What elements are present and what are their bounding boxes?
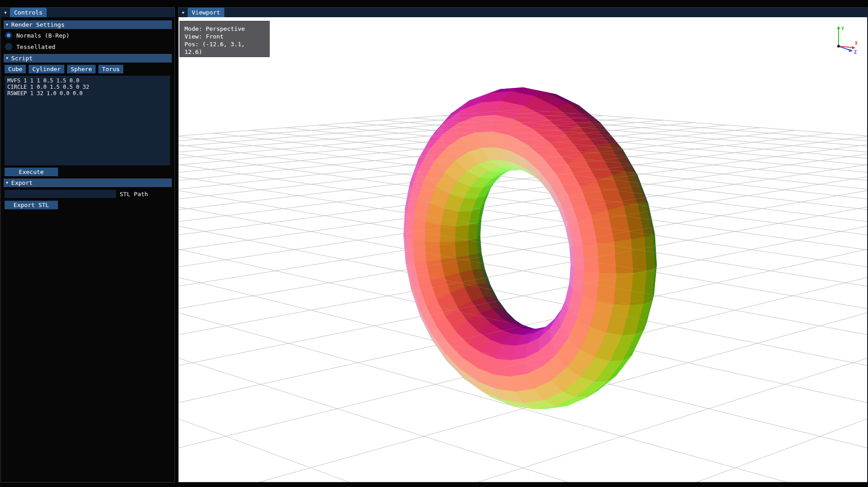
stl-path-label: STL Path (120, 191, 148, 198)
radio-icon (5, 32, 12, 39)
radio-icon (5, 43, 12, 50)
render-settings-label: Render Settings (11, 21, 64, 28)
torus-preset-button[interactable]: Torus (98, 65, 123, 73)
cylinder-preset-button[interactable]: Cylinder (29, 65, 64, 73)
radio-tessellated[interactable]: Tessellated (5, 42, 172, 52)
radio-tessellated-label: Tessellated (16, 43, 55, 50)
overlay-mode-line: Mode: Perspective (184, 25, 265, 33)
viewport-content: Mode: Perspective View: Front Pos: (-12.… (179, 17, 867, 482)
overlay-pos-line: Pos: (-12.6, 3.1, 12.6) (184, 40, 265, 56)
radio-normals-label: Normals (B-Rep) (16, 32, 69, 39)
viewport-info-overlay: Mode: Perspective View: Front Pos: (-12.… (179, 21, 270, 57)
export-label: Export (11, 179, 33, 186)
chevron-down-icon: ▼ (6, 56, 8, 60)
export-stl-button[interactable]: Export STL (5, 201, 58, 209)
gizmo-origin-dot (837, 45, 840, 48)
controls-window: ▼ Controls ▼ Render Settings Normals (B-… (0, 7, 175, 482)
script-editor[interactable]: MVFS 1 1 1 0.5 1.5 0.0 CIRCLE 1 0.0 1.5 … (5, 76, 170, 165)
chevron-down-icon: ▼ (6, 181, 8, 185)
export-header[interactable]: ▼ Export (4, 178, 172, 187)
overlay-view-line: View: Front (184, 33, 265, 40)
viewport-window: ▼ Viewport Mode: Perspective View: Front… (178, 7, 868, 482)
sphere-preset-button[interactable]: Sphere (67, 65, 96, 73)
cube-preset-button[interactable]: Cube (5, 65, 26, 73)
viewport-canvas[interactable] (179, 17, 867, 482)
viewport-titlebar: ▼ Viewport (179, 8, 867, 17)
radio-normals-brep[interactable]: Normals (B-Rep) (5, 30, 172, 40)
y-axis-label: Y (841, 26, 844, 31)
render-settings-header[interactable]: ▼ Render Settings (4, 20, 172, 29)
z-axis-label: Z (854, 50, 857, 54)
script-label: Script (11, 55, 33, 62)
preset-button-row: Cube Cylinder Sphere Torus (5, 65, 172, 73)
chevron-down-icon: ▼ (6, 23, 8, 27)
stl-path-row: STL Path (5, 190, 172, 198)
axis-gizmo: Y X Z (832, 23, 861, 54)
script-header[interactable]: ▼ Script (4, 54, 172, 63)
window-collapse-icon[interactable]: ▼ (1, 8, 10, 17)
tab-controls[interactable]: Controls (10, 8, 47, 17)
tab-viewport[interactable]: Viewport (188, 8, 224, 17)
window-collapse-icon[interactable]: ▼ (179, 8, 188, 17)
x-axis-arrow-icon (852, 46, 855, 50)
controls-content: ▼ Render Settings Normals (B-Rep) Tessel… (1, 17, 175, 212)
x-axis-label: X (855, 41, 858, 46)
stl-path-input[interactable] (5, 190, 116, 198)
y-axis-arrow-icon (837, 26, 840, 29)
execute-button[interactable]: Execute (5, 168, 58, 176)
controls-titlebar: ▼ Controls (1, 8, 175, 17)
